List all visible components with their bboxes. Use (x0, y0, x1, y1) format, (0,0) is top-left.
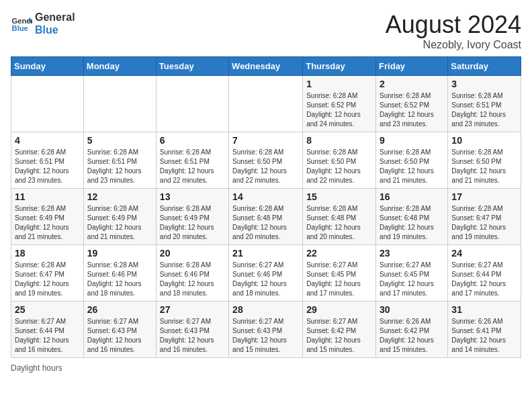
day-info: Sunrise: 6:28 AM Sunset: 6:51 PM Dayligh… (451, 91, 517, 129)
day-number: 4 (15, 135, 80, 146)
day-number: 2 (380, 79, 444, 89)
day-info: Sunrise: 6:28 AM Sunset: 6:51 PM Dayligh… (87, 148, 152, 185)
calendar-week-row: 25Sunrise: 6:27 AM Sunset: 6:44 PM Dayli… (11, 302, 521, 358)
day-info: Sunrise: 6:28 AM Sunset: 6:49 PM Dayligh… (87, 204, 152, 242)
day-info: Sunrise: 6:28 AM Sunset: 6:51 PM Dayligh… (160, 148, 225, 185)
calendar-cell: 11Sunrise: 6:28 AM Sunset: 6:49 PM Dayli… (11, 189, 84, 245)
calendar-cell: 17Sunrise: 6:28 AM Sunset: 6:47 PM Dayli… (448, 189, 521, 245)
day-info: Sunrise: 6:28 AM Sunset: 6:50 PM Dayligh… (451, 148, 517, 185)
day-number: 25 (15, 304, 80, 315)
main-title: August 2024 (386, 11, 521, 39)
calendar-cell: 2Sunrise: 6:28 AM Sunset: 6:52 PM Daylig… (376, 76, 448, 132)
day-info: Sunrise: 6:27 AM Sunset: 6:45 PM Dayligh… (306, 261, 372, 298)
day-info: Sunrise: 6:28 AM Sunset: 6:49 PM Dayligh… (15, 204, 80, 242)
logo: General Blue General Blue (11, 11, 75, 36)
calendar-cell: 27Sunrise: 6:27 AM Sunset: 6:43 PM Dayli… (156, 302, 228, 358)
calendar-cell (156, 76, 228, 132)
calendar-cell: 4Sunrise: 6:28 AM Sunset: 6:51 PM Daylig… (11, 132, 84, 189)
day-number: 1 (306, 79, 372, 89)
calendar-cell: 26Sunrise: 6:27 AM Sunset: 6:43 PM Dayli… (83, 302, 156, 358)
day-number: 20 (160, 248, 225, 259)
day-info: Sunrise: 6:27 AM Sunset: 6:43 PM Dayligh… (87, 317, 152, 355)
day-info: Sunrise: 6:28 AM Sunset: 6:46 PM Dayligh… (160, 261, 225, 298)
calendar-cell: 28Sunrise: 6:27 AM Sunset: 6:43 PM Dayli… (229, 302, 303, 358)
calendar-cell: 5Sunrise: 6:28 AM Sunset: 6:51 PM Daylig… (83, 132, 156, 189)
day-number: 23 (380, 248, 444, 259)
calendar-cell: 10Sunrise: 6:28 AM Sunset: 6:50 PM Dayli… (448, 132, 521, 189)
day-number: 5 (87, 135, 152, 146)
calendar-week-row: 4Sunrise: 6:28 AM Sunset: 6:51 PM Daylig… (11, 132, 521, 189)
day-info: Sunrise: 6:28 AM Sunset: 6:50 PM Dayligh… (232, 148, 299, 185)
calendar-cell: 19Sunrise: 6:28 AM Sunset: 6:46 PM Dayli… (83, 245, 156, 302)
calendar-cell: 20Sunrise: 6:28 AM Sunset: 6:46 PM Dayli… (156, 245, 228, 302)
calendar-week-row: 1Sunrise: 6:28 AM Sunset: 6:52 PM Daylig… (11, 76, 521, 132)
day-number: 3 (451, 79, 517, 89)
logo-text-blue: Blue (35, 24, 75, 36)
calendar-cell: 7Sunrise: 6:28 AM Sunset: 6:50 PM Daylig… (229, 132, 303, 189)
day-number: 16 (380, 191, 444, 202)
day-of-week-header: Thursday (303, 57, 376, 76)
day-number: 19 (87, 248, 152, 259)
calendar-cell: 18Sunrise: 6:28 AM Sunset: 6:47 PM Dayli… (11, 245, 84, 302)
day-info: Sunrise: 6:28 AM Sunset: 6:52 PM Dayligh… (380, 91, 444, 129)
day-info: Sunrise: 6:27 AM Sunset: 6:45 PM Dayligh… (380, 261, 444, 298)
day-info: Sunrise: 6:28 AM Sunset: 6:46 PM Dayligh… (87, 261, 152, 298)
day-number: 22 (306, 248, 372, 259)
title-block: August 2024 Nezobly, Ivory Coast (386, 11, 521, 51)
day-info: Sunrise: 6:28 AM Sunset: 6:49 PM Dayligh… (160, 204, 225, 242)
calendar-cell: 14Sunrise: 6:28 AM Sunset: 6:48 PM Dayli… (229, 189, 303, 245)
day-number: 18 (15, 248, 80, 259)
day-of-week-header: Friday (376, 57, 448, 76)
calendar-cell: 21Sunrise: 6:27 AM Sunset: 6:46 PM Dayli… (229, 245, 303, 302)
day-number: 7 (232, 135, 299, 146)
day-number: 12 (87, 191, 152, 202)
day-number: 14 (232, 191, 299, 202)
calendar-cell: 16Sunrise: 6:28 AM Sunset: 6:48 PM Dayli… (376, 189, 448, 245)
day-info: Sunrise: 6:27 AM Sunset: 6:44 PM Dayligh… (451, 261, 517, 298)
day-info: Sunrise: 6:28 AM Sunset: 6:50 PM Dayligh… (306, 148, 372, 185)
day-number: 31 (451, 304, 517, 315)
day-of-week-header: Monday (83, 57, 156, 76)
day-info: Sunrise: 6:28 AM Sunset: 6:51 PM Dayligh… (15, 148, 80, 185)
day-number: 29 (306, 304, 372, 315)
calendar-cell: 24Sunrise: 6:27 AM Sunset: 6:44 PM Dayli… (448, 245, 521, 302)
day-info: Sunrise: 6:28 AM Sunset: 6:52 PM Dayligh… (306, 91, 372, 129)
day-info: Sunrise: 6:28 AM Sunset: 6:48 PM Dayligh… (232, 204, 299, 242)
day-info: Sunrise: 6:27 AM Sunset: 6:44 PM Dayligh… (15, 317, 80, 355)
day-info: Sunrise: 6:27 AM Sunset: 6:46 PM Dayligh… (232, 261, 299, 298)
day-number: 26 (87, 304, 152, 315)
day-info: Sunrise: 6:28 AM Sunset: 6:50 PM Dayligh… (380, 148, 444, 185)
calendar-cell (83, 76, 156, 132)
day-number: 10 (451, 135, 517, 146)
calendar-cell: 3Sunrise: 6:28 AM Sunset: 6:51 PM Daylig… (448, 76, 521, 132)
calendar-cell: 23Sunrise: 6:27 AM Sunset: 6:45 PM Dayli… (376, 245, 448, 302)
day-info: Sunrise: 6:27 AM Sunset: 6:43 PM Dayligh… (232, 317, 299, 355)
day-number: 21 (232, 248, 299, 259)
calendar-table: SundayMondayTuesdayWednesdayThursdayFrid… (11, 56, 521, 358)
calendar-header: SundayMondayTuesdayWednesdayThursdayFrid… (11, 57, 521, 76)
day-of-week-header: Wednesday (229, 57, 303, 76)
calendar-cell: 12Sunrise: 6:28 AM Sunset: 6:49 PM Dayli… (83, 189, 156, 245)
day-info: Sunrise: 6:26 AM Sunset: 6:42 PM Dayligh… (380, 317, 444, 355)
day-number: 9 (380, 135, 444, 146)
day-of-week-header: Tuesday (156, 57, 228, 76)
day-info: Sunrise: 6:28 AM Sunset: 6:48 PM Dayligh… (380, 204, 444, 242)
calendar-week-row: 18Sunrise: 6:28 AM Sunset: 6:47 PM Dayli… (11, 245, 521, 302)
calendar-cell: 13Sunrise: 6:28 AM Sunset: 6:49 PM Dayli… (156, 189, 228, 245)
day-number: 6 (160, 135, 225, 146)
page-header: General Blue General Blue August 2024 Ne… (11, 11, 521, 51)
day-number: 28 (232, 304, 299, 315)
calendar-cell: 22Sunrise: 6:27 AM Sunset: 6:45 PM Dayli… (303, 245, 376, 302)
calendar-cell (11, 76, 84, 132)
day-of-week-header: Sunday (11, 57, 84, 76)
day-number: 30 (380, 304, 444, 315)
day-info: Sunrise: 6:26 AM Sunset: 6:41 PM Dayligh… (451, 317, 517, 355)
daylight-label: Daylight hours (11, 363, 62, 373)
subtitle: Nezobly, Ivory Coast (386, 39, 521, 51)
day-number: 17 (451, 191, 517, 202)
calendar-cell: 9Sunrise: 6:28 AM Sunset: 6:50 PM Daylig… (376, 132, 448, 189)
day-info: Sunrise: 6:28 AM Sunset: 6:47 PM Dayligh… (15, 261, 80, 298)
calendar-cell: 25Sunrise: 6:27 AM Sunset: 6:44 PM Dayli… (11, 302, 84, 358)
calendar-cell: 29Sunrise: 6:27 AM Sunset: 6:42 PM Dayli… (303, 302, 376, 358)
footer: Daylight hours (11, 363, 521, 373)
